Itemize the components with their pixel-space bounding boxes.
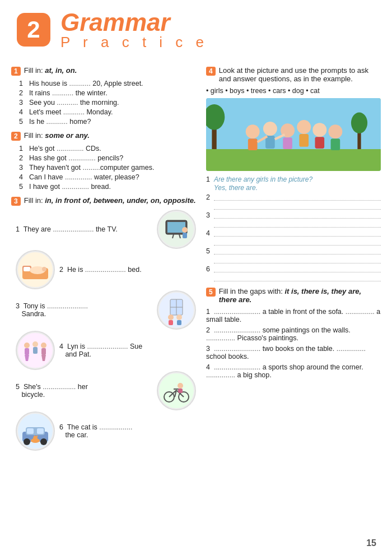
svg-rect-20 [177,320,181,325]
svg-rect-65 [315,137,324,149]
svg-point-19 [176,314,182,320]
dotted-line [214,222,381,228]
list-item: 1 His house is ........... 20, Apple str… [19,80,196,87]
section3-image4 [16,331,55,370]
answer-item-4: 4 [206,229,381,246]
section5-item4: 4 ........................ a sports shop… [206,363,381,379]
svg-rect-55 [206,149,381,171]
svg-point-17 [168,314,174,320]
svg-point-56 [246,124,260,138]
section1-num: 1 [11,67,21,76]
section2-list: 1 He's got .............. CDs. 2 Has she… [19,145,196,191]
answer-item-5: 5 [206,247,381,263]
section5-item3: 3 ........................ two books on … [206,345,381,360]
dotted-line [214,240,381,246]
svg-point-64 [312,123,326,137]
right-column: 4 Look at the picture and use the prompt… [206,61,381,452]
section3-image2 [16,250,55,289]
section1-heading: 1 Fill in: at, in, on. [11,66,196,76]
section5-item1: 1 ........................ a table in fr… [206,308,381,323]
title-practice: P r a c t i c e [60,35,208,49]
section5-item2: 2 ........................ some painting… [206,326,381,342]
svg-point-26 [41,343,46,348]
svg-rect-61 [283,137,292,149]
section4-heading: 4 Look at the picture and use the prompt… [206,66,381,83]
section4-title: Look at the picture and use the prompts … [219,66,381,83]
svg-point-42 [24,438,30,445]
dotted-line [214,249,381,255]
section3-image6 [16,411,55,451]
section3-item3: 3 Tony is ..................... Sandra. [16,290,196,330]
svg-point-54 [351,112,367,133]
section3-item4: 4 Lyn is ..................... Sue and P… [16,331,196,370]
svg-rect-25 [33,347,38,354]
answer-item-6: 6 [206,265,381,281]
list-item: 1 He's got .............. CDs. [19,145,196,152]
svg-rect-27 [41,348,46,355]
section2-title: Fill in: some or any. [24,131,90,140]
chapter-number-badge: 2 [17,13,50,47]
section1-list: 1 His house is ........... 20, Apple str… [19,80,196,126]
section5-title: Fill in the gaps with: it is, there is, … [219,287,381,304]
title-block: Grammar P r a c t i c e [60,10,208,49]
section5-heading: 5 Fill in the gaps with: it is, there is… [206,287,381,304]
svg-rect-67 [331,138,340,150]
svg-point-12 [42,267,46,271]
section3-title: Fill in: in, in front of, between, under… [24,196,196,205]
svg-point-24 [32,341,38,347]
svg-rect-23 [25,348,29,355]
dotted-line [214,231,381,237]
page-number: 15 [366,538,376,548]
list-item: 4 Can I have .............. water, pleas… [19,173,196,181]
svg-rect-38 [178,388,183,393]
list-item: 4 Let's meet ........... Monday. [19,108,196,116]
list-item: 2 Has she got .............. pencils? [19,154,196,162]
section3-image5 [157,371,196,410]
chapter-number: 2 [27,16,40,43]
svg-point-43 [40,438,47,445]
svg-point-58 [263,122,277,136]
section4-prompts: • girls • boys • trees • cars • dog • ca… [206,87,381,95]
section1-title: Fill in: at, in, on. [24,66,77,75]
dotted-line [214,195,381,201]
dotted-line [214,258,381,263]
section3-item6: 6 The cat is ................. the car. [16,411,196,451]
section3-item2: 2 He is ..................... bed. [16,250,196,289]
list-item: 3 They haven't got .........computer gam… [19,164,196,172]
svg-rect-44 [27,428,34,434]
section5-num: 5 [206,288,216,297]
section5: 5 Fill in the gaps with: it is, there is… [206,287,381,379]
list-item: 2 It rains ........... the winter. [19,89,196,97]
title-grammar: Grammar [60,10,208,35]
svg-rect-45 [37,428,44,434]
svg-point-66 [328,124,342,138]
section2-num: 2 [11,132,21,141]
section3-item5: 5 She's ................. her bicycle. [16,371,196,410]
svg-point-22 [24,343,30,348]
svg-point-47 [33,436,38,441]
dotted-line [214,276,381,281]
section3-image3 [157,290,196,330]
left-column: 1 Fill in: at, in, on. 1 His house is ..… [11,61,196,452]
answer-item-3: 3 [206,211,381,228]
section3-item1: 1 They are ..................... the TV. [16,210,196,249]
answer-item-1: 1 Are there any girls in the picture? Ye… [206,175,381,192]
list-item: 3 See you ........... the morning. [19,99,196,107]
dotted-line [214,204,381,210]
main-content: 1 Fill in: at, in, on. 1 His house is ..… [0,55,392,457]
svg-point-37 [178,383,183,388]
svg-point-62 [297,120,311,134]
section3-image1 [157,210,196,249]
section3-num: 3 [11,197,21,206]
section3-heading: 3 Fill in: in, in front of, between, und… [11,196,196,206]
svg-rect-18 [169,320,173,325]
section2-heading: 2 Fill in: some or any. [11,131,196,141]
dotted-line [214,213,381,219]
list-item: 5 I have got .............. bread. [19,183,196,191]
svg-rect-57 [248,138,258,150]
svg-rect-6 [183,233,187,238]
section4: 4 Look at the picture and use the prompt… [206,66,381,281]
svg-rect-63 [299,134,309,147]
dotted-line [214,267,381,272]
answer-item-2: 2 [206,193,381,210]
